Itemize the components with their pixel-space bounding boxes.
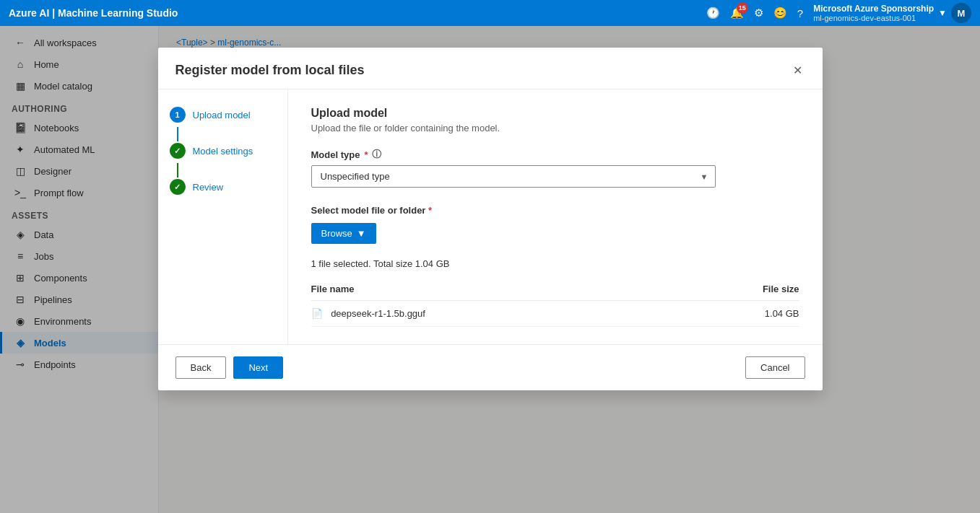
- topbar-title: Azure AI | Machine Learning Studio: [9, 7, 701, 19]
- section-desc: Upload the file or folder containing the…: [311, 123, 799, 133]
- info-icon[interactable]: ⓘ: [372, 148, 381, 161]
- step-model-settings[interactable]: ✓ Model settings: [170, 143, 276, 159]
- browse-chevron-icon: ▼: [357, 228, 366, 239]
- model-type-label: Model type * ⓘ: [311, 148, 799, 161]
- close-button[interactable]: ✕: [790, 61, 805, 80]
- register-model-modal: Register model from local files ✕ 1 Uplo…: [158, 48, 823, 390]
- modal-footer: Back Next Cancel: [158, 344, 823, 390]
- avatar: M: [951, 3, 971, 23]
- content-panel: Upload model Upload the file or folder c…: [288, 89, 823, 344]
- settings-icon[interactable]: ⚙: [754, 6, 763, 19]
- topbar-icons: 🕐 🔔 15 ⚙ 😊 ? Microsoft Azure Sponsorship…: [706, 3, 971, 23]
- step-upload-model[interactable]: 1 Upload model: [170, 107, 276, 123]
- account-name: Microsoft Azure Sponsorship: [813, 4, 934, 14]
- back-button[interactable]: Back: [175, 356, 227, 379]
- col-filename: File name: [311, 278, 681, 301]
- col-filesize: File size: [681, 278, 799, 301]
- modal-overlay: Register model from local files ✕ 1 Uplo…: [0, 26, 980, 513]
- model-type-select-wrapper: Unspecified type Custom MLflow Triton ▼: [311, 165, 716, 188]
- help-icon[interactable]: ?: [797, 7, 803, 19]
- notification-badge: 15: [737, 2, 748, 14]
- cancel-button[interactable]: Cancel: [745, 356, 805, 379]
- step-circle-2: ✓: [170, 143, 186, 159]
- file-section-label: Select model file or folder *: [311, 205, 799, 216]
- browse-button[interactable]: Browse ▼: [311, 223, 376, 244]
- section-title: Upload model: [311, 107, 799, 120]
- next-button[interactable]: Next: [233, 356, 283, 379]
- file-size-cell: 1.04 GB: [681, 301, 799, 327]
- account-sub: ml-genomics-dev-eastus-001: [813, 14, 934, 22]
- modal-body: 1 Upload model ✓ Model settings: [158, 89, 823, 344]
- step-connector-2: [177, 163, 178, 177]
- step-label-settings: Model settings: [193, 146, 253, 157]
- browse-label: Browse: [321, 228, 352, 239]
- step-review[interactable]: ✓ Review: [170, 179, 276, 195]
- file-summary: 1 file selected. Total size 1.04 GB: [311, 258, 799, 269]
- step-connector-1: [177, 127, 178, 141]
- table-row: 📄 deepseek-r1-1.5b.gguf 1.04 GB: [311, 301, 799, 327]
- notifications-icon[interactable]: 🔔 15: [730, 6, 744, 19]
- chevron-down-icon: ▼: [938, 8, 947, 18]
- step-label-upload: Upload model: [193, 110, 251, 120]
- account-info[interactable]: Microsoft Azure Sponsorship ml-genomics-…: [813, 3, 971, 23]
- file-table: File name File size 📄 deepseek-r1-1.5b.g…: [311, 278, 799, 327]
- model-type-select[interactable]: Unspecified type Custom MLflow Triton: [311, 165, 716, 188]
- modal-title: Register model from local files: [175, 63, 365, 78]
- feedback-icon[interactable]: 😊: [773, 6, 787, 19]
- file-name: deepseek-r1-1.5b.gguf: [331, 308, 425, 319]
- topbar: Azure AI | Machine Learning Studio 🕐 🔔 1…: [0, 0, 980, 26]
- step-label-review: Review: [193, 182, 224, 193]
- file-name-cell: 📄 deepseek-r1-1.5b.gguf: [311, 301, 681, 327]
- file-required-marker: *: [428, 205, 432, 216]
- account-text: Microsoft Azure Sponsorship ml-genomics-…: [813, 4, 934, 22]
- modal-header: Register model from local files ✕: [158, 48, 823, 89]
- file-icon: 📄: [311, 308, 323, 319]
- history-icon[interactable]: 🕐: [706, 6, 720, 19]
- required-marker: *: [364, 149, 368, 160]
- footer-left: Back Next: [175, 356, 284, 379]
- steps-panel: 1 Upload model ✓ Model settings: [158, 89, 288, 344]
- app-layout: ← All workspaces ⌂ Home ▦ Model catalog …: [0, 26, 980, 513]
- step-circle-1: 1: [170, 107, 186, 123]
- step-circle-3: ✓: [170, 179, 186, 195]
